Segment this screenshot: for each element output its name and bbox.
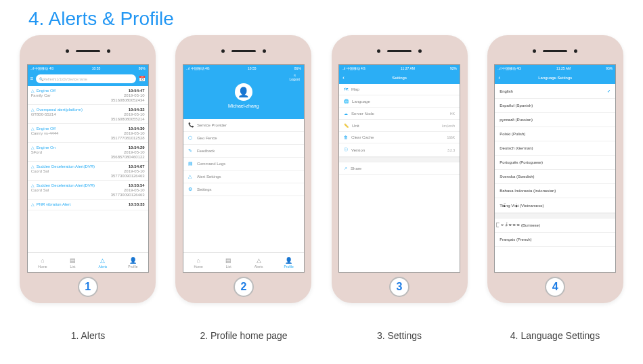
tab-list[interactable]: ▤List: [58, 253, 88, 272]
caption: 4. Language Settings: [487, 330, 623, 341]
username: Michael-zhang: [228, 104, 259, 108]
row-icon: ⬡: [188, 135, 194, 141]
tab-bar: ⌂Home▤List△Alerts👤Profile: [28, 252, 148, 272]
captions-row: 1. Alerts 2. Profile home page 3. Settin…: [0, 303, 643, 341]
profile-item[interactable]: ▤Command Logs: [183, 158, 304, 170]
tab-list[interactable]: ▤List: [213, 253, 244, 272]
tab-alerts[interactable]: △Alerts: [88, 253, 118, 272]
profile-item[interactable]: ✎Feedback: [183, 145, 304, 158]
profile-item[interactable]: △Alert Settings: [183, 170, 304, 183]
language-item[interactable]: русский (Russian): [495, 113, 615, 127]
language-item[interactable]: Bahasa Indonesia (Indonesian): [495, 184, 615, 198]
search-input[interactable]: 🔍 Refresh(1/1)(0)/Device name: [36, 74, 135, 83]
tab-icon: ▤: [225, 257, 231, 264]
status-bar: ..ıl 中国移动 4G11:27 AM92%: [339, 65, 460, 72]
profile-item[interactable]: ⬡Geo Fence: [183, 132, 304, 145]
status-bar: ..ıl 中国移动 4G11:25 AM93%: [495, 65, 615, 72]
status-bar: ..ıl 中国移动 4G10:5586%: [183, 65, 304, 72]
settings-item[interactable]: 🗑Clear Cache166K: [339, 132, 460, 143]
row-icon: 🗺: [344, 87, 348, 91]
language-item[interactable]: Français (French): [495, 233, 615, 247]
row-icon: △: [188, 174, 194, 179]
back-icon[interactable]: ‹: [498, 74, 500, 81]
row-icon: ✎: [188, 148, 194, 154]
settings-item[interactable]: ↗Share: [339, 162, 460, 175]
row-icon: ⓘ: [344, 147, 348, 153]
alerts-list: △ Engine Off10:54:47Family Car2019-05-10…: [28, 86, 148, 252]
settings-item[interactable]: 🌐Language: [339, 95, 460, 108]
tab-icon: ⌂: [196, 257, 200, 264]
warning-icon: △: [31, 107, 35, 112]
language-item[interactable]: Deutsch (German): [495, 141, 615, 156]
caption: 3. Settings: [332, 330, 467, 341]
warning-icon: △: [31, 126, 35, 131]
row-icon: 📞: [188, 122, 194, 128]
row-icon: 📏: [344, 123, 349, 128]
alert-item[interactable]: △ Overspeed alert(platform)10:54:32GT800…: [28, 105, 148, 124]
language-item[interactable]: Português (Portuguese): [495, 156, 615, 170]
settings-header: ‹ Settings: [339, 72, 460, 84]
profile-item[interactable]: ⚙Settings: [183, 183, 304, 196]
alert-item[interactable]: △ PNR vibration Alert10:53:33: [28, 200, 148, 210]
filter-icon[interactable]: ≡: [30, 76, 34, 82]
tab-profile[interactable]: 👤Profile: [118, 253, 148, 272]
tab-icon: △: [257, 257, 261, 264]
page-title: 4. Alerts & Profile: [0, 0, 643, 30]
alert-item[interactable]: △ Engine On10:54:29SFord2019-05-10356857…: [28, 143, 148, 162]
home-button[interactable]: 2: [234, 277, 254, 297]
alert-item[interactable]: △ Sudden Deceleration Alert(DVR)10:53:54…: [28, 181, 148, 200]
tab-icon: ⌂: [41, 257, 44, 264]
tab-home[interactable]: ⌂Home: [183, 253, 214, 272]
warning-icon: △: [31, 145, 35, 150]
tab-icon: 👤: [285, 257, 292, 264]
tab-icon: ▤: [70, 257, 76, 264]
alert-item[interactable]: △ Sudden Deceleration Alert(DVR)10:54:07…: [28, 162, 148, 181]
profile-header: ⎋Logout 👤 Michael-zhang: [183, 72, 304, 119]
header-title: Settings: [392, 76, 407, 80]
status-bar: ..ıl 中国移动 4G10:5586%: [28, 65, 148, 72]
avatar[interactable]: 👤: [235, 83, 252, 101]
home-button[interactable]: 3: [389, 277, 409, 297]
settings-item[interactable]: 📏Unitkm,km/h: [339, 120, 460, 132]
lang-header: ‹ Language Settings: [495, 72, 615, 84]
row-icon: ⚙: [188, 187, 194, 192]
logout-button[interactable]: ⎋Logout: [290, 73, 300, 81]
alert-item[interactable]: △ Engine Off10:54:30Camry vs-44442019-05…: [28, 124, 148, 143]
tab-alerts[interactable]: △Alerts: [244, 253, 274, 272]
warning-icon: △: [31, 88, 35, 93]
caption: 2. Profile home page: [176, 330, 311, 341]
settings-item[interactable]: ⓘVersion3.2.3: [339, 143, 460, 157]
language-item[interactable]: Tiếng Việt (Vietnamese): [495, 198, 615, 213]
header-title: Language Settings: [538, 76, 572, 80]
calendar-icon[interactable]: 📅: [139, 76, 146, 82]
row-icon: ☁: [344, 111, 348, 116]
row-icon: ▤: [188, 161, 194, 166]
tab-profile[interactable]: 👤Profile: [273, 253, 304, 272]
row-icon: 🗑: [344, 135, 348, 139]
language-item[interactable]: English✓: [495, 84, 615, 99]
row-icon: ↗: [344, 166, 347, 170]
home-button[interactable]: 1: [78, 277, 98, 297]
language-list: English✓Español (Spanish)русский (Russia…: [495, 84, 615, 272]
language-item[interactable]: Svenska (Swedish): [495, 170, 615, 184]
settings-item[interactable]: 🗺Map: [339, 84, 460, 95]
phone-settings: ..ıl 中国移动 4G11:27 AM92% ‹ Settings 🗺Map🌐…: [332, 35, 468, 303]
phone-profile: ..ıl 中国移动 4G10:5586% ⎋Logout 👤 Michael-z…: [175, 35, 311, 303]
settings-item[interactable]: ☁Server NodeHK: [339, 108, 460, 120]
language-item[interactable]: မြန်မာဘာသာ (Burmese): [495, 219, 615, 233]
warning-icon: △: [31, 183, 35, 187]
caption: 1. Alerts: [20, 330, 156, 341]
settings-list: 🗺Map🌐Language☁Server NodeHK📏Unitkm,km/h🗑…: [339, 84, 460, 272]
tab-bar: ⌂Home▤List△Alerts👤Profile: [183, 252, 304, 272]
phone-alerts: ..ıl 中国移动 4G10:5586% ≡ 🔍 Refresh(1/1)(0)…: [20, 35, 156, 303]
tab-home[interactable]: ⌂Home: [28, 253, 58, 272]
home-button[interactable]: 4: [545, 277, 565, 297]
language-item[interactable]: Polski (Polish): [495, 127, 615, 141]
profile-menu: 📞Service Provider⬡Geo Fence✎Feedback▤Com…: [183, 119, 304, 252]
profile-item[interactable]: 📞Service Provider: [183, 119, 304, 132]
phone-language: ..ıl 中国移动 4G11:25 AM93% ‹ Language Setti…: [487, 35, 623, 303]
language-item[interactable]: Español (Spanish): [495, 99, 615, 113]
check-icon: ✓: [607, 89, 611, 93]
alert-item[interactable]: △ Engine Off10:54:47Family Car2019-05-10…: [28, 86, 148, 105]
back-icon[interactable]: ‹: [342, 74, 345, 81]
